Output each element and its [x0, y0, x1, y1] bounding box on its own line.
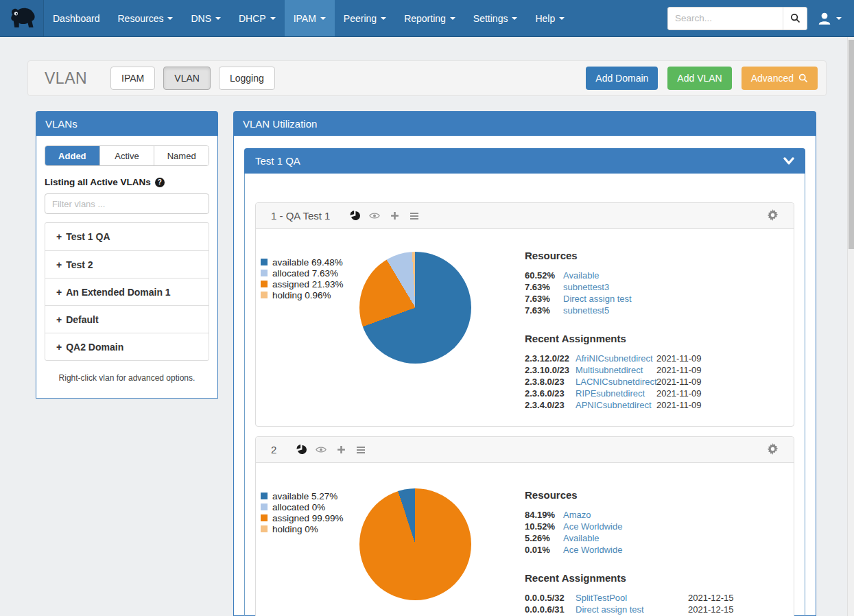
resource-link[interactable]: Ace Worldwide [563, 521, 622, 532]
assignment-link[interactable]: AfriNICsubnetdirect [576, 353, 656, 364]
resources-heading: Resources [525, 250, 813, 261]
assignment-link[interactable]: SplitTestPool [576, 593, 688, 603]
eye-icon[interactable] [369, 211, 380, 222]
tab-ipam[interactable]: IPAM [110, 67, 155, 90]
assignment-cidr: 0.0.0.6/31 [525, 604, 576, 615]
resource-link[interactable]: subnettest3 [563, 282, 609, 292]
nav-dns[interactable]: DNS [182, 0, 230, 36]
resource-link[interactable]: Available [563, 533, 600, 543]
resource-row: 7.63%subnettest3 [525, 281, 813, 293]
legend-label: allocated 0% [272, 502, 325, 512]
advanced-search-button[interactable]: Advanced [742, 67, 818, 90]
resource-link[interactable]: Ace Worldwide [563, 545, 622, 555]
scrollbar-thumb[interactable] [849, 40, 854, 249]
expand-plus-icon: + [56, 231, 62, 242]
vlan-name: Test 2 [66, 259, 93, 270]
nav-peering[interactable]: Peering [335, 0, 395, 36]
nav-ipam[interactable]: IPAM [285, 0, 335, 36]
resource-row: 10.52%Ace Worldwide [525, 521, 813, 532]
vlans-panel-header: VLANs [36, 111, 218, 136]
plus-icon[interactable] [335, 445, 346, 455]
assignment-date: 2021-11-09 [656, 353, 702, 364]
tab-added[interactable]: Added [45, 146, 99, 165]
caret-down-icon [450, 17, 455, 20]
tab-logging[interactable]: Logging [219, 67, 275, 90]
nav-resources[interactable]: Resources [109, 0, 182, 36]
expand-plus-icon: + [56, 314, 62, 325]
domain-group-header[interactable]: Test 1 QA [244, 148, 805, 174]
tab-named[interactable]: Named [154, 146, 209, 165]
vlan-card-body: available 69.48% allocated 7.63% assigne… [256, 229, 794, 426]
caret-down-icon [320, 17, 326, 20]
caret-down-icon [381, 17, 386, 20]
add-domain-button[interactable]: Add Domain [586, 67, 658, 90]
card-tools [349, 211, 420, 222]
legend-label: available 5.27% [272, 491, 337, 501]
nav-settings[interactable]: Settings [464, 0, 527, 36]
resource-link[interactable]: Direct assign test [563, 294, 632, 304]
caret-down-icon [270, 17, 276, 20]
search-button[interactable] [783, 7, 807, 30]
listing-label: Listing all Active VLANs ? [45, 177, 209, 187]
assignment-link[interactable]: LACNICsubnetdirect [576, 377, 656, 387]
nav-label: Dashboard [53, 13, 100, 24]
legend-swatch [261, 270, 268, 276]
tab-active[interactable]: Active [99, 146, 154, 165]
global-search [667, 7, 807, 30]
vlan-list-item[interactable]: +Test 1 QA [45, 223, 209, 250]
tab-vlan[interactable]: VLAN [163, 67, 211, 90]
vlan-name: An Extended Domain 1 [66, 287, 170, 298]
assignment-cidr: 2.3.10.0/23 [525, 365, 576, 375]
vlans-panel: VLANs Added Active Named Listing all Act… [36, 111, 218, 399]
resource-link[interactable]: Available [563, 270, 600, 281]
card-tools [296, 445, 366, 455]
add-vlan-button[interactable]: Add VLAN [667, 67, 731, 90]
app-logo[interactable] [0, 0, 44, 36]
legend-swatch [261, 292, 268, 298]
legend-item: assigned 99.99% [261, 512, 344, 523]
resource-pct: 60.52% [525, 270, 563, 281]
legend-label: assigned 21.93% [272, 279, 344, 289]
chevron-down-icon [783, 157, 794, 165]
resource-link[interactable]: subnettest5 [563, 305, 609, 316]
resource-pct: 7.63% [525, 294, 563, 304]
vlan-list-item[interactable]: +QA2 Domain [45, 333, 209, 360]
vlan-list-item[interactable]: +Default [45, 305, 209, 333]
plus-icon[interactable] [389, 211, 400, 222]
user-menu[interactable] [817, 11, 842, 26]
legend-item: available 5.27% [261, 490, 344, 501]
list-menu-icon[interactable] [355, 445, 366, 455]
vlan-name: QA2 Domain [66, 342, 123, 353]
resources-column: Resources 84.19%Amazo 10.52%Ace Worldwid… [525, 489, 813, 615]
assignments-list: 2.3.12.0/22AfriNICsubnetdirect2021-11-09… [525, 353, 813, 411]
resource-link[interactable]: Amazo [563, 510, 591, 520]
pie-chart-icon[interactable] [296, 445, 307, 455]
vlan-name: Default [66, 314, 98, 325]
assignment-row: 0.0.0.6/31Direct assign test2021-12-15 [525, 604, 813, 615]
gear-icon[interactable] [767, 209, 779, 223]
assignment-link[interactable]: APNICsubnetdirect [576, 400, 656, 410]
filter-vlans-input[interactable] [45, 193, 209, 214]
gear-icon[interactable] [767, 443, 779, 457]
help-question-icon[interactable]: ? [155, 178, 165, 187]
vlan-card-header: 1 - QA Test 1 [256, 203, 794, 229]
assignment-link[interactable]: Multisubnetdirect [576, 365, 656, 375]
legend-swatch [261, 281, 268, 287]
vlan-list-item[interactable]: +Test 2 [45, 250, 209, 278]
search-input[interactable] [667, 7, 783, 30]
domain-group-body: 1 - QA Test 1 available 69.48% allocat [244, 174, 805, 616]
list-menu-icon[interactable] [409, 211, 420, 222]
assignment-link[interactable]: RIPEsubnetdirect [576, 388, 656, 399]
pie-chart-icon[interactable] [349, 211, 360, 222]
legend-label: holding 0.96% [272, 290, 331, 300]
nav-reporting[interactable]: Reporting [395, 0, 464, 36]
nav-dashboard[interactable]: Dashboard [44, 0, 109, 36]
eye-icon[interactable] [316, 445, 327, 455]
vlan-list-item[interactable]: +An Extended Domain 1 [45, 278, 209, 305]
assignment-link[interactable]: Direct assign test [576, 604, 688, 615]
vlan-filter-tabs: Added Active Named [45, 145, 209, 166]
nav-dhcp[interactable]: DHCP [230, 0, 285, 36]
assignment-cidr: 2.3.6.0/23 [525, 388, 576, 399]
assignment-cidr: 0.0.0.5/32 [525, 593, 576, 603]
nav-help[interactable]: Help [526, 0, 573, 36]
